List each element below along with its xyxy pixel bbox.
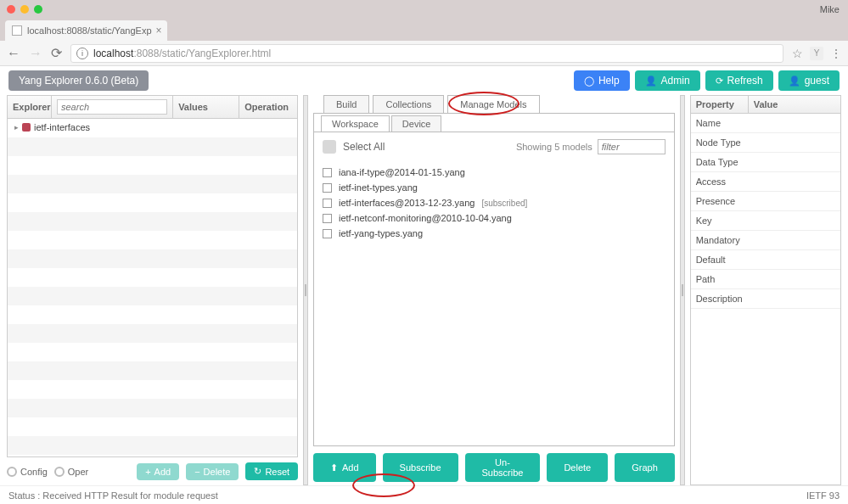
reload-button[interactable]: ⟳ (51, 45, 62, 61)
url-text: localhost:8088/static/YangExplorer.html (93, 48, 271, 59)
explorer-header: Explorer (8, 96, 52, 118)
config-radio[interactable]: Config (7, 467, 48, 477)
forward-button[interactable]: → (29, 46, 42, 61)
app-toolbar: Yang Explorer 0.6.0 (Beta) ◯Help 👤Admin … (0, 66, 848, 95)
model-row[interactable]: iana-if-type@2014-01-15.yang (323, 165, 665, 180)
select-all-label: Select All (343, 141, 385, 153)
model-delete-button[interactable]: Delete (547, 453, 608, 482)
minus-icon: − (194, 467, 199, 477)
status-right: IETF 93 (806, 490, 840, 501)
property-header: Property (691, 96, 749, 113)
module-icon (22, 123, 31, 132)
explorer-search-input[interactable] (57, 99, 167, 115)
app-title-badge: Yang Explorer 0.6.0 (Beta) (8, 70, 149, 91)
row-checkbox[interactable] (323, 214, 332, 223)
browser-address-bar: ← → ⟳ i localhost:8088/static/YangExplor… (0, 41, 848, 66)
extension-icon[interactable]: Y (810, 47, 823, 60)
help-button[interactable]: ◯Help (574, 70, 630, 91)
status-bar: Status : Received HTTP Result for module… (0, 485, 848, 504)
model-graph-button[interactable]: Graph (615, 453, 675, 482)
traffic-lights (7, 5, 42, 14)
subtab-workspace[interactable]: Workspace (321, 115, 390, 132)
url-field[interactable]: i localhost:8088/static/YangExplorer.htm… (70, 44, 783, 63)
status-text: Status : Received HTTP Result for module… (8, 490, 218, 501)
expand-icon[interactable]: ▸ (14, 123, 19, 132)
resize-handle[interactable] (303, 95, 308, 485)
site-info-icon[interactable]: i (76, 48, 88, 59)
operation-header: Operation (239, 96, 297, 118)
close-tab-icon[interactable]: × (156, 25, 162, 36)
prop-name: Mandatory (691, 231, 749, 249)
browser-tabstrip: localhost:8088/static/YangExp × (0, 19, 848, 41)
resize-handle[interactable] (680, 95, 685, 485)
bookmark-icon[interactable]: ☆ (792, 47, 803, 60)
browser-menu-icon[interactable]: ⋮ (830, 47, 841, 60)
prop-name: Key (691, 211, 749, 230)
back-button[interactable]: ← (7, 46, 20, 61)
prop-name: Access (691, 172, 749, 191)
row-checkbox[interactable] (323, 183, 332, 193)
prop-name: Default (691, 250, 749, 269)
refresh-icon: ⟳ (716, 76, 723, 87)
explorer-reset-button[interactable]: ↻Reset (245, 462, 298, 480)
select-all-checkbox[interactable] (323, 140, 336, 154)
tab-title: localhost:8088/static/YangExp (27, 25, 152, 36)
prop-name: Path (691, 270, 749, 288)
row-checkbox[interactable] (323, 229, 332, 238)
admin-button[interactable]: 👤Admin (635, 70, 700, 91)
maximize-window-icon[interactable] (34, 5, 42, 14)
value-header: Value (749, 96, 840, 113)
prop-name: Description (691, 289, 749, 308)
model-unsubscribe-button[interactable]: Un-Subscribe (465, 453, 541, 482)
row-checkbox[interactable] (323, 199, 332, 208)
page-icon (12, 25, 22, 36)
tab-manage-models[interactable]: Manage Models (447, 95, 539, 113)
explorer-panel: Explorer Values Operation ▸ ietf-interfa… (7, 95, 298, 485)
model-row[interactable]: ietf-interfaces@2013-12-23.yang[subscrib… (323, 195, 665, 210)
upload-icon: ⬆ (330, 462, 338, 473)
guest-button[interactable]: 👤guest (778, 70, 840, 91)
subtab-device[interactable]: Device (391, 115, 442, 132)
oper-radio[interactable]: Oper (54, 467, 88, 477)
explorer-delete-button[interactable]: −Delete (186, 463, 239, 480)
prop-name: Presence (691, 192, 749, 210)
model-row[interactable]: ietf-inet-types.yang (323, 180, 665, 195)
reset-icon: ↻ (254, 466, 261, 477)
filter-input[interactable] (598, 139, 665, 154)
properties-body: Name Node Type Data Type Access Presence… (690, 114, 841, 485)
model-add-button[interactable]: ⬆Add (313, 453, 376, 482)
showing-count: Showing 5 models (516, 142, 592, 152)
model-list: iana-if-type@2014-01-15.yang ietf-inet-t… (314, 161, 674, 445)
model-row[interactable]: ietf-netconf-monitoring@2010-10-04.yang (323, 210, 665, 226)
properties-panel: Property Value Name Node Type Data Type … (690, 95, 841, 485)
minimize-window-icon[interactable] (20, 5, 29, 14)
browser-tab[interactable]: localhost:8088/static/YangExp × (5, 20, 167, 41)
tree-node[interactable]: ▸ ietf-interfaces (8, 119, 297, 136)
row-checkbox[interactable] (323, 168, 332, 177)
user-icon: 👤 (789, 76, 800, 87)
model-subscribe-button[interactable]: Subscribe (383, 453, 458, 482)
tab-build[interactable]: Build (323, 95, 369, 113)
os-user-label: Mike (820, 4, 840, 14)
middle-panel: Build Collections Manage Models Workspac… (313, 95, 675, 485)
github-icon: ◯ (584, 76, 594, 87)
model-row[interactable]: ietf-yang-types.yang (323, 226, 665, 241)
user-icon: 👤 (645, 76, 657, 87)
values-header: Values (173, 96, 239, 118)
prop-name: Node Type (691, 133, 749, 152)
window-titlebar: Mike (0, 0, 848, 19)
plus-icon: + (145, 467, 150, 477)
prop-name: Data Type (691, 153, 749, 171)
explorer-add-button[interactable]: +Add (137, 463, 179, 480)
tab-collections[interactable]: Collections (373, 95, 444, 113)
prop-name: Name (691, 114, 749, 132)
close-window-icon[interactable] (7, 5, 15, 14)
refresh-button[interactable]: ⟳Refresh (705, 70, 773, 91)
tree-node-label: ietf-interfaces (34, 122, 90, 132)
